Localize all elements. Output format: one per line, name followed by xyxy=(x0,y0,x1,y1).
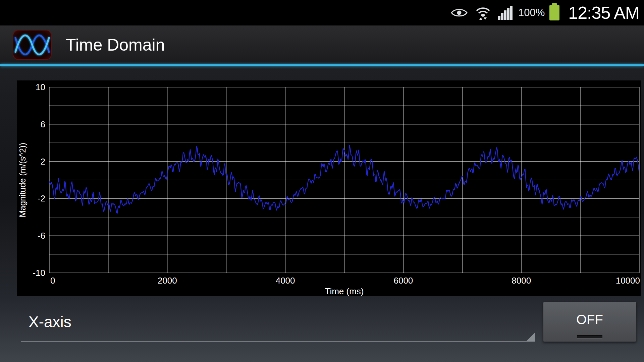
wifi-download-arrow-icon xyxy=(484,17,487,20)
svg-text:8000: 8000 xyxy=(512,276,531,286)
battery-percent-label: 100% xyxy=(518,7,545,19)
sensor-toggle-button[interactable]: OFF xyxy=(543,302,636,342)
svg-text:2: 2 xyxy=(41,157,45,167)
svg-text:-2: -2 xyxy=(38,193,45,203)
svg-text:4000: 4000 xyxy=(276,276,295,286)
status-clock: 12:35 AM xyxy=(568,3,639,23)
toggle-label: OFF xyxy=(576,312,603,327)
svg-text:Time (ms): Time (ms) xyxy=(325,286,364,296)
svg-text:10: 10 xyxy=(36,82,45,92)
svg-text:6000: 6000 xyxy=(393,276,413,286)
toggle-state-indicator xyxy=(577,335,602,338)
page-title: Time Domain xyxy=(66,35,165,55)
svg-text:6: 6 xyxy=(41,119,45,129)
svg-text:-10: -10 xyxy=(33,268,45,278)
smart-stay-eye-icon xyxy=(450,7,468,18)
svg-text:2000: 2000 xyxy=(158,276,177,286)
svg-text:-6: -6 xyxy=(38,231,45,241)
signal-strength-icon xyxy=(498,6,513,20)
spinner-underline xyxy=(21,341,535,342)
spinner-dropdown-arrow-icon xyxy=(526,333,535,341)
wifi-upload-arrow-icon xyxy=(479,17,482,20)
svg-text:0: 0 xyxy=(50,276,55,286)
spinner-selected-value: X-axis xyxy=(29,313,71,331)
svg-text:Magnitude (m/(s^2)): Magnitude (m/(s^2)) xyxy=(18,143,27,218)
screen: 100% 12:35 AM Time Doma xyxy=(0,0,644,362)
time-domain-chart-panel: 02000400060008000100001062-2-6-10Time (m… xyxy=(17,80,641,296)
action-bar: Time Domain xyxy=(0,25,644,64)
actionbar-accent-line xyxy=(0,64,644,66)
wifi-icon xyxy=(475,5,491,20)
x-axis-spinner[interactable]: X-axis xyxy=(21,310,535,342)
status-bar: 100% 12:35 AM xyxy=(0,0,644,25)
app-icon xyxy=(13,30,52,60)
battery-icon xyxy=(549,5,559,20)
svg-text:10000: 10000 xyxy=(616,276,640,286)
time-domain-chart: 02000400060008000100001062-2-6-10Time (m… xyxy=(17,80,641,296)
